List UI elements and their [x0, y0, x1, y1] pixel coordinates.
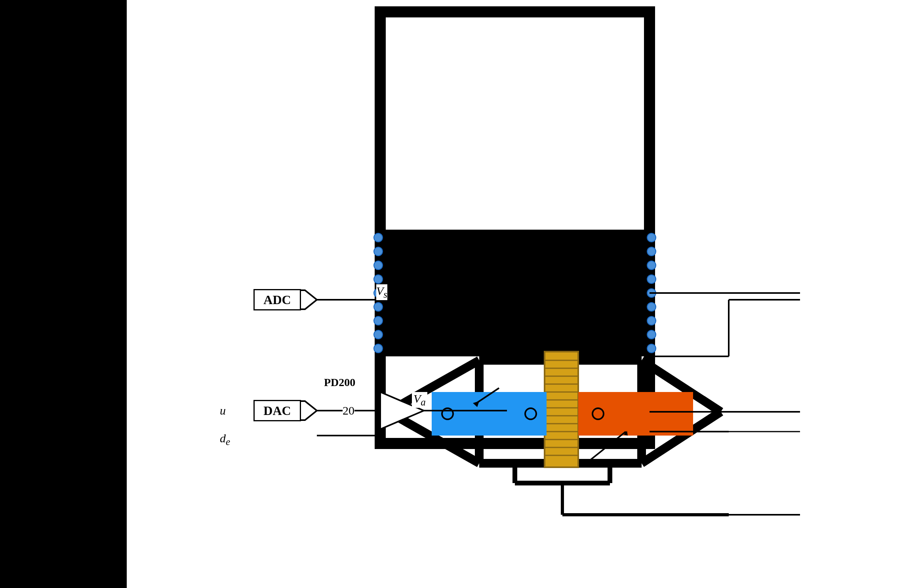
va-label: Va [412, 392, 427, 408]
diagram-area: ADC DAC PD200 20 Vs Va u de [127, 0, 800, 588]
adc-box: ADC [253, 289, 301, 310]
svg-rect-0 [380, 12, 650, 443]
svg-point-9 [374, 316, 383, 325]
svg-line-21 [388, 360, 479, 412]
vs-label: Vs [376, 284, 387, 300]
svg-rect-49 [578, 392, 693, 436]
u-label: u [220, 404, 226, 417]
svg-point-52 [592, 408, 604, 419]
svg-point-20 [647, 344, 656, 353]
label-area: Air Bearing Sensor APA300ML Actuator Enc… [800, 0, 903, 588]
amp-gain-label: 20 [343, 404, 354, 417]
dac-box: DAC [253, 400, 301, 421]
svg-line-23 [642, 360, 721, 412]
svg-point-51 [525, 408, 536, 419]
svg-marker-54 [473, 401, 479, 407]
svg-point-17 [647, 303, 656, 311]
svg-point-16 [647, 289, 656, 297]
svg-point-4 [374, 247, 383, 256]
svg-line-22 [388, 412, 479, 463]
svg-marker-56 [624, 431, 628, 436]
svg-point-13 [647, 247, 656, 256]
svg-rect-1 [391, 23, 638, 233]
svg-rect-48 [432, 392, 547, 436]
svg-point-14 [647, 261, 656, 270]
adc-label: ADC [263, 293, 291, 307]
amp-name-label: PD200 [324, 376, 355, 389]
svg-point-12 [647, 233, 656, 242]
svg-line-55 [586, 432, 626, 463]
svg-point-15 [647, 275, 656, 284]
svg-point-18 [647, 316, 656, 325]
svg-line-53 [475, 388, 499, 404]
svg-point-50 [442, 408, 453, 419]
svg-line-24 [642, 412, 721, 463]
svg-point-8 [374, 303, 383, 311]
svg-marker-61 [378, 408, 384, 413]
de-label: de [220, 432, 230, 447]
svg-point-3 [374, 233, 383, 242]
svg-rect-2 [380, 230, 650, 356]
svg-point-11 [374, 344, 383, 353]
svg-point-10 [374, 330, 383, 339]
svg-point-6 [374, 275, 383, 284]
svg-point-19 [647, 330, 656, 339]
svg-rect-34 [545, 352, 578, 467]
svg-point-5 [374, 261, 383, 270]
dac-label: DAC [263, 403, 291, 418]
